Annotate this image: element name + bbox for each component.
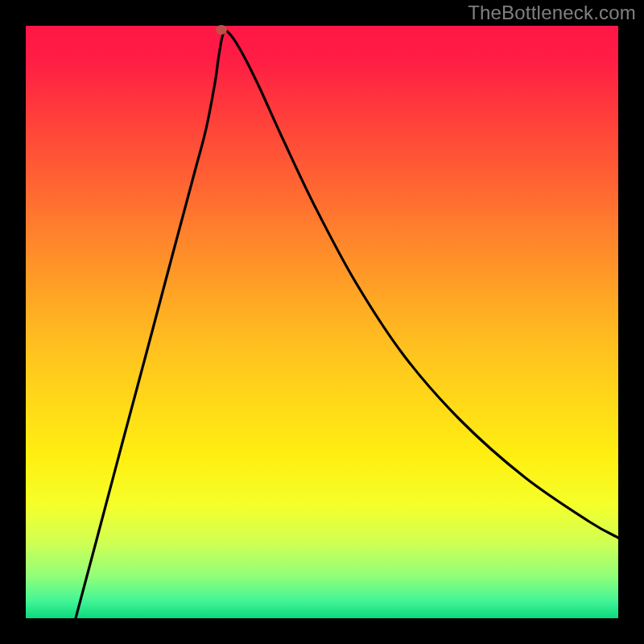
chart-frame: TheBottleneck.com [0,0,644,644]
curve-path [76,31,618,618]
attribution-text: TheBottleneck.com [468,2,636,24]
plot-area [26,26,618,618]
curve-svg [26,26,618,618]
min-marker [216,25,227,35]
